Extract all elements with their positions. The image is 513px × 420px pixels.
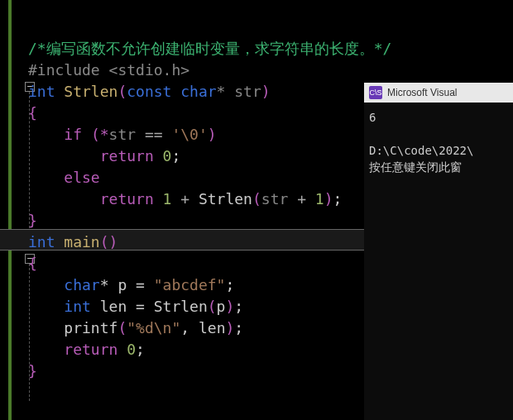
keyword-return: return [100, 147, 154, 165]
keyword-if: if [64, 126, 82, 143]
keyword-int: int [28, 83, 55, 100]
pp-include: #include [28, 61, 109, 79]
console-titlebar[interactable]: C\S Microsoft Visual [364, 83, 513, 103]
gutter[interactable]: − − [12, 0, 28, 420]
comment: /*编写函数不允许创建临时变量，求字符串的长度。*/ [28, 40, 391, 57]
function-main: main [55, 233, 100, 251]
console-title-text: Microsoft Visual [387, 87, 457, 98]
console-window[interactable]: 6 D:\C\code\2022\ 按任意键关闭此窗 [364, 103, 513, 420]
console-output: 6 D:\C\code\2022\ 按任意键关闭此窗 [369, 109, 473, 175]
keyword-else: else [64, 169, 99, 186]
function-strlen: Strlen [55, 83, 118, 100]
function-printf: printf [64, 319, 117, 336]
code-area[interactable]: /*编写函数不允许创建临时变量，求字符串的长度。*/ #include <std… [28, 17, 391, 382]
visual-studio-icon: C\S [369, 86, 382, 99]
